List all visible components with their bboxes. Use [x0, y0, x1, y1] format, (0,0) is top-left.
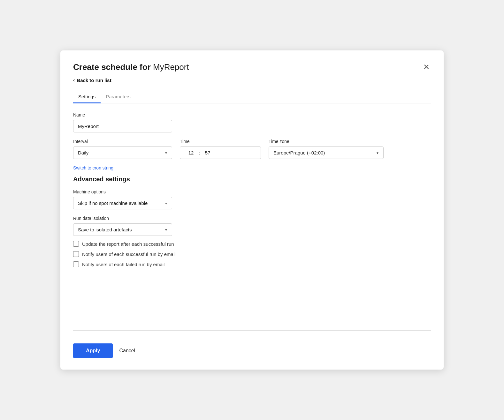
- modal-header: Create schedule for MyReport ✕: [73, 62, 431, 72]
- tab-parameters[interactable]: Parameters: [101, 91, 136, 103]
- apply-button[interactable]: Apply: [73, 343, 113, 358]
- name-field-section: Name: [73, 112, 431, 132]
- run-data-select-wrapper: Save to isolated artefacts Share artefac…: [73, 223, 172, 236]
- time-input-wrapper: :: [180, 146, 261, 159]
- machine-options-select[interactable]: Skip if no spot machine available Always…: [73, 197, 172, 209]
- advanced-settings-section: Advanced settings Machine options Skip i…: [73, 170, 431, 267]
- machine-options-select-wrapper: Skip if no spot machine available Always…: [73, 197, 172, 209]
- timezone-label: Time zone: [269, 139, 431, 144]
- time-minutes-input[interactable]: [201, 150, 214, 155]
- machine-options-label: Machine options: [73, 189, 431, 194]
- machine-options-field: Machine options Skip if no spot machine …: [73, 189, 431, 209]
- notify-success-label: Notify users of each successful run by e…: [82, 251, 176, 257]
- advanced-settings-title: Advanced settings: [73, 176, 431, 183]
- interval-label: Interval: [73, 139, 172, 144]
- update-report-checkbox[interactable]: [73, 241, 79, 247]
- time-separator: :: [199, 150, 200, 155]
- checkbox-group: Update the report after each successful …: [73, 241, 431, 267]
- checkbox-update-report[interactable]: Update the report after each successful …: [73, 241, 431, 247]
- checkbox-notify-failed[interactable]: Notify users of each failed run by email: [73, 261, 431, 267]
- interval-time-timezone-row: Interval Daily Weekly Monthly Time : Tim…: [73, 139, 431, 159]
- run-data-label: Run data isolation: [73, 216, 431, 221]
- cancel-button[interactable]: Cancel: [119, 348, 135, 354]
- back-arrow-icon: ‹: [73, 77, 75, 83]
- time-hours-input[interactable]: [185, 150, 197, 155]
- switch-cron-link[interactable]: Switch to cron string: [73, 165, 431, 170]
- name-label: Name: [73, 112, 431, 117]
- interval-field: Interval Daily Weekly Monthly: [73, 139, 172, 159]
- notify-failed-label: Notify users of each failed run by email: [82, 262, 164, 267]
- interval-select-wrapper: Daily Weekly Monthly: [73, 146, 172, 159]
- timezone-select[interactable]: Europe/Prague (+02:00) UTC (+00:00) Amer…: [269, 146, 384, 159]
- close-button[interactable]: ✕: [422, 62, 431, 72]
- timezone-field: Time zone Europe/Prague (+02:00) UTC (+0…: [269, 139, 431, 159]
- tab-settings[interactable]: Settings: [73, 91, 101, 103]
- back-link-label: Back to run list: [77, 78, 111, 83]
- run-data-isolation-field: Run data isolation Save to isolated arte…: [73, 216, 431, 236]
- back-to-run-list-link[interactable]: ‹ Back to run list: [73, 77, 431, 83]
- interval-select[interactable]: Daily Weekly Monthly: [73, 146, 172, 159]
- timezone-select-wrapper: Europe/Prague (+02:00) UTC (+00:00) Amer…: [269, 146, 384, 159]
- run-data-select[interactable]: Save to isolated artefacts Share artefac…: [73, 223, 172, 236]
- update-report-label: Update the report after each successful …: [82, 241, 174, 247]
- time-field: Time :: [180, 139, 261, 159]
- create-schedule-modal: Create schedule for MyReport ✕ ‹ Back to…: [60, 50, 444, 370]
- modal-title: Create schedule for MyReport: [73, 62, 189, 72]
- tabs: Settings Parameters: [73, 91, 431, 103]
- notify-success-checkbox[interactable]: [73, 251, 79, 257]
- notify-failed-checkbox[interactable]: [73, 261, 79, 267]
- time-label: Time: [180, 139, 261, 144]
- checkbox-notify-success[interactable]: Notify users of each successful run by e…: [73, 251, 431, 257]
- name-input[interactable]: [73, 120, 172, 132]
- footer: Apply Cancel: [73, 330, 431, 358]
